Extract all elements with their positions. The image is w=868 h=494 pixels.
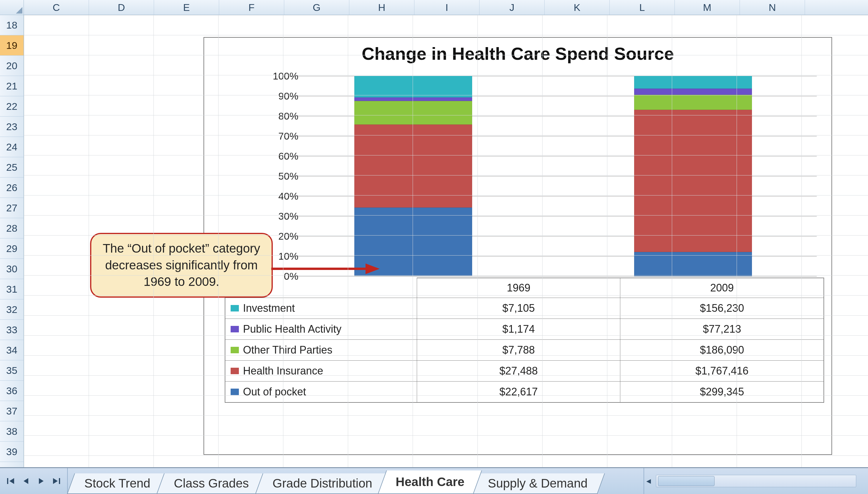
row-header-27[interactable]: 27 <box>0 198 23 218</box>
row-header-19[interactable]: 19 <box>0 35 23 56</box>
svg-marker-0 <box>16 7 22 14</box>
svg-marker-2 <box>366 264 380 274</box>
data-table-value: $22,617 <box>417 382 620 402</box>
legend-entry-other-third-parties: Other Third Parties <box>225 340 417 360</box>
tab-nav-first[interactable] <box>3 473 18 489</box>
column-header-F[interactable]: F <box>219 0 284 15</box>
row-header-25[interactable]: 25 <box>0 157 23 177</box>
column-header-C[interactable]: C <box>24 0 89 15</box>
row-header-21[interactable]: 21 <box>0 76 23 96</box>
svg-marker-7 <box>53 478 58 484</box>
column-header-K[interactable]: K <box>544 0 610 15</box>
row-header-31[interactable]: 31 <box>0 279 23 299</box>
data-table-category-1969: 1969 <box>417 278 620 298</box>
svg-marker-5 <box>23 478 28 484</box>
bar-segment-investment <box>634 76 752 89</box>
annotation-text: The “Out of pocket” category decreases s… <box>101 240 262 290</box>
bar-segment-public-health-activity <box>354 97 472 101</box>
row-header-38[interactable]: 38 <box>0 421 23 442</box>
column-header-H[interactable]: H <box>349 0 414 15</box>
legend-entry-public-health-activity: Public Health Activity <box>225 319 417 339</box>
data-table-category-2009: 2009 <box>620 278 824 298</box>
svg-marker-3 <box>7 478 8 484</box>
sheet-tab-label: Supply & Demand <box>488 476 588 491</box>
row-header-26[interactable]: 26 <box>0 177 23 198</box>
legend-entry-health-insurance: Health Insurance <box>225 361 417 381</box>
row-header-20[interactable]: 20 <box>0 56 23 76</box>
column-header-G[interactable]: G <box>284 0 349 15</box>
row-header-24[interactable]: 24 <box>0 137 23 157</box>
legend-swatch-icon <box>230 388 239 395</box>
row-header-39[interactable]: 39 <box>0 442 23 462</box>
sheet-tab-supply-&-demand[interactable]: Supply & Demand <box>471 473 605 494</box>
y-tick-label: 80% <box>260 110 298 122</box>
legend-label: Investment <box>243 302 295 315</box>
sheet-tab-stock-trend[interactable]: Stock Trend <box>67 473 168 494</box>
row-header-34[interactable]: 34 <box>0 340 23 360</box>
row-header-22[interactable]: 22 <box>0 96 23 117</box>
column-header-E[interactable]: E <box>154 0 219 15</box>
row-header-29[interactable]: 29 <box>0 239 23 259</box>
sheet-tab-strip: Stock TrendClass GradesGrade Distributio… <box>0 467 868 494</box>
column-header-I[interactable]: I <box>414 0 480 15</box>
stacked-bar-2009 <box>634 76 752 276</box>
embedded-chart[interactable]: Change in Health Care Spend Source 19692… <box>204 37 832 455</box>
y-tick-label: 30% <box>260 210 298 222</box>
legend-label: Out of pocket <box>243 386 306 398</box>
column-header-J[interactable]: J <box>480 0 544 15</box>
bar-segment-other-third-parties <box>354 101 472 125</box>
y-tick-label: 60% <box>260 150 298 162</box>
column-header-L[interactable]: L <box>610 0 675 15</box>
sheet-tab-label: Grade Distribution <box>273 476 372 491</box>
bar-segment-out-of-pocket <box>634 252 752 276</box>
row-header-37[interactable]: 37 <box>0 401 23 421</box>
row-header-32[interactable]: 32 <box>0 299 23 320</box>
row-header-36[interactable]: 36 <box>0 381 23 401</box>
scroll-left-icon[interactable]: ◄ <box>644 475 653 487</box>
chart-data-table: 19692009Investment$7,105$156,230Public H… <box>225 278 824 403</box>
tab-nav-prev[interactable] <box>18 473 34 489</box>
y-tick-label: 70% <box>260 130 298 142</box>
svg-marker-8 <box>59 478 60 484</box>
row-header-18[interactable]: 18 <box>0 15 23 35</box>
data-table-value: $1,174 <box>417 319 620 339</box>
row-header-28[interactable]: 28 <box>0 218 23 239</box>
bar-segment-public-health-activity <box>634 89 752 95</box>
sheet-tab-class-grades[interactable]: Class Grades <box>156 473 266 494</box>
horizontal-scrollbar[interactable]: ◄ ► <box>644 468 868 494</box>
tab-nav-buttons <box>0 468 68 494</box>
column-header-N[interactable]: N <box>740 0 805 15</box>
annotation-arrow <box>271 263 380 275</box>
stacked-bar-1969 <box>354 76 472 276</box>
tab-nav-next[interactable] <box>34 473 49 489</box>
worksheet-cells-area[interactable]: Change in Health Care Spend Source 19692… <box>24 15 868 469</box>
column-header-M[interactable]: M <box>675 0 740 15</box>
row-header-23[interactable]: 23 <box>0 117 23 137</box>
sheet-tab-grade-distribution[interactable]: Grade Distribution <box>255 473 389 494</box>
row-header-33[interactable]: 33 <box>0 320 23 340</box>
scrollbar-thumb[interactable] <box>658 476 715 486</box>
row-header-30[interactable]: 30 <box>0 259 23 279</box>
row-header-35[interactable]: 35 <box>0 360 23 381</box>
y-tick-label: 90% <box>260 90 298 102</box>
select-all-corner[interactable] <box>0 0 24 15</box>
chart-plot-area <box>290 76 817 276</box>
tab-nav-last[interactable] <box>49 473 64 489</box>
legend-entry-out-of-pocket: Out of pocket <box>225 382 417 402</box>
sheet-tab-health-care[interactable]: Health Care <box>377 471 482 494</box>
legend-swatch-icon <box>230 368 239 374</box>
row-header-column: 1819202122232425262728293031323334353637… <box>0 15 24 469</box>
column-header-D[interactable]: D <box>89 0 154 15</box>
legend-swatch-icon <box>230 347 239 353</box>
sheet-tab-label: Health Care <box>395 475 464 489</box>
legend-label: Other Third Parties <box>243 344 332 356</box>
chart-title: Change in Health Care Spend Source <box>204 43 831 64</box>
scrollbar-track[interactable] <box>656 475 856 487</box>
svg-marker-4 <box>10 478 14 484</box>
sheet-tab-label: Class Grades <box>174 476 248 491</box>
legend-label: Public Health Activity <box>243 323 341 335</box>
legend-swatch-icon <box>230 305 239 311</box>
annotation-callout[interactable]: The “Out of pocket” category decreases s… <box>90 233 273 298</box>
bar-segment-health-insurance <box>634 110 752 252</box>
bar-segment-investment <box>354 76 472 97</box>
